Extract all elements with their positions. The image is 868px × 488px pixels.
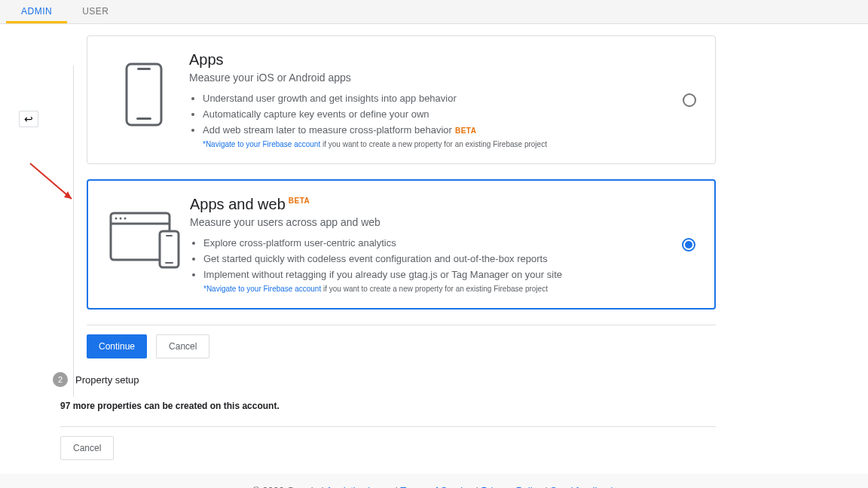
svg-rect-4 (136, 117, 151, 120)
svg-rect-3 (137, 68, 151, 70)
step-2-header: 2 Property setup (53, 372, 716, 387)
radio-apps[interactable] (683, 93, 696, 107)
card-subtitle: Measure your users across app and web (190, 216, 692, 228)
card-bullet: Understand user growth and get insights … (203, 93, 692, 104)
card-bullet: Implement without retagging if you alrea… (203, 269, 692, 280)
svg-point-9 (124, 218, 127, 220)
footer-link-home[interactable]: Analytics home (326, 485, 393, 488)
footer-link-privacy[interactable]: Privacy Policy (481, 485, 542, 488)
divider (60, 426, 716, 427)
svg-rect-10 (160, 231, 179, 267)
card-bullet: Add web stream later to measure cross-pl… (203, 124, 692, 136)
card-title: Apps and webBETA (190, 196, 692, 213)
card-title: Apps (189, 51, 692, 69)
footer-link-tos[interactable]: Terms of Service (400, 485, 473, 488)
footer-link-feedback[interactable]: Send feedback (550, 485, 616, 488)
step-connector-line (73, 66, 74, 397)
step-label: Property setup (75, 374, 139, 386)
svg-point-7 (115, 218, 118, 220)
back-button[interactable]: ↩ (19, 111, 38, 127)
copyright-text: © 2020 Google | (252, 485, 326, 488)
beta-badge: BETA (289, 197, 310, 205)
card-subtitle: Measure your iOS or Android apps (189, 72, 692, 84)
svg-point-8 (120, 218, 122, 220)
page-footer: © 2020 Google | Analytics home | Terms o… (0, 474, 868, 488)
svg-rect-2 (127, 64, 161, 125)
firebase-link[interactable]: *Navigate to your Firebase account (203, 285, 321, 293)
property-limit-note: 97 more properties can be created on thi… (60, 401, 716, 411)
option-card-apps-and-web[interactable]: Apps and webBETA Measure your users acro… (87, 179, 716, 310)
svg-rect-12 (165, 262, 173, 264)
card-bullet: Automatically capture key events or defi… (203, 108, 692, 120)
step-number-icon: 2 (53, 372, 68, 387)
svg-rect-11 (166, 235, 173, 236)
firebase-note: *Navigate to your Firebase account if yo… (203, 285, 692, 293)
back-arrow-icon: ↩ (24, 113, 33, 125)
card-bullet: Explore cross-platform user-centric anal… (203, 237, 692, 249)
option-card-apps[interactable]: Apps Measure your iOS or Android apps Un… (87, 35, 716, 164)
continue-button[interactable]: Continue (87, 334, 147, 358)
beta-badge: BETA (455, 127, 476, 135)
cancel-button-bottom[interactable]: Cancel (60, 436, 114, 460)
top-tabs: ADMIN USER (0, 0, 868, 24)
tab-user[interactable]: USER (67, 0, 124, 23)
firebase-note: *Navigate to your Firebase account if yo… (203, 140, 692, 148)
divider (87, 325, 716, 325)
browser-phone-icon (107, 196, 182, 271)
radio-apps-and-web[interactable] (682, 238, 695, 252)
card-bullet: Get started quickly with codeless event … (203, 253, 692, 264)
cancel-button[interactable]: Cancel (156, 334, 209, 358)
phone-icon (106, 51, 182, 127)
firebase-link[interactable]: *Navigate to your Firebase account (203, 140, 320, 148)
tab-admin[interactable]: ADMIN (6, 0, 67, 23)
